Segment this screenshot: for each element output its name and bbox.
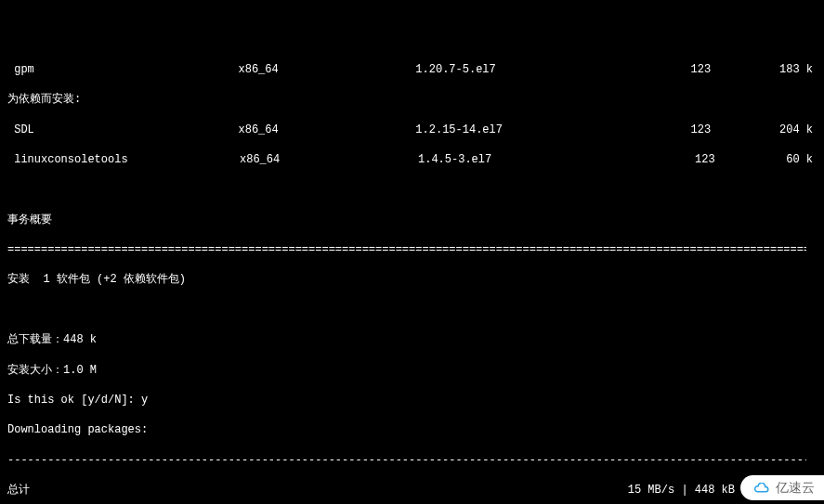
total-row: 总计 15 MB/s | 448 kB 00:00:00 (7, 483, 824, 498)
pkg-arch: x86_64 (240, 152, 418, 167)
pkg-row: SDL x86_64 1.2.15-14.el7 123 204 k (7, 123, 824, 137)
pkg-row: gpm x86_64 1.20.7-5.el7 123 183 k (7, 62, 824, 77)
pkg-row: linuxconsoletools x86_64 1.4.5-3.el7 123… (7, 152, 824, 167)
pkg-repo: 123 (691, 62, 779, 77)
dash-rule: ----------------------------------------… (7, 453, 806, 468)
downloading: Downloading packages: (7, 422, 824, 437)
pkg-name: linuxconsoletools (7, 152, 240, 167)
tx-summary: 事务概要 (7, 213, 824, 227)
watermark-text: 亿速云 (776, 479, 815, 497)
pkg-ver: 1.20.7-5.el7 (415, 62, 690, 77)
pkg-repo: 123 (695, 152, 784, 167)
install-line: 安装 1 软件包 (+2 依赖软件包) (7, 272, 824, 287)
pkg-name: gpm (7, 62, 239, 77)
pkg-repo: 123 (691, 123, 779, 137)
pkg-size: 204 k (779, 123, 824, 137)
pkg-name: SDL (7, 123, 239, 137)
pkg-size: 183 k (779, 62, 824, 77)
pkg-arch: x86_64 (239, 123, 416, 137)
dep-header: 为依赖而安装: (7, 92, 824, 107)
confirm-prompt: Is this ok [y/d/N]: y (7, 393, 824, 407)
total-label: 总计 (7, 483, 628, 498)
cloud-icon (753, 483, 770, 494)
pkg-arch: x86_64 (239, 62, 416, 77)
pkg-ver: 1.2.15-14.el7 (415, 123, 690, 137)
pkg-size: 60 k (784, 152, 824, 167)
download-size: 总下载量：448 k (7, 332, 824, 347)
rule: ========================================… (7, 242, 806, 257)
pkg-ver: 1.4.5-3.el7 (418, 152, 695, 167)
watermark-badge: 亿速云 (740, 475, 824, 500)
install-size: 安装大小：1.0 M (7, 363, 824, 378)
